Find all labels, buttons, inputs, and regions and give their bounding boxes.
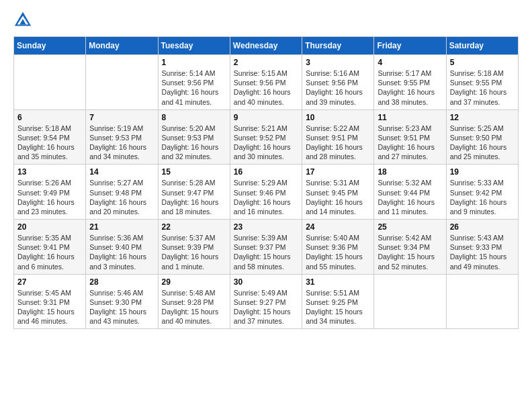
day-info: Sunrise: 5:22 AM Sunset: 9:51 PM Dayligh… (306, 124, 370, 162)
weekday-header-wednesday: Wednesday (230, 37, 302, 55)
logo (13, 11, 34, 30)
day-cell: 17Sunrise: 5:31 AM Sunset: 9:45 PM Dayli… (302, 165, 374, 220)
day-cell: 9Sunrise: 5:21 AM Sunset: 9:52 PM Daylig… (230, 109, 302, 165)
day-cell: 12Sunrise: 5:25 AM Sunset: 9:50 PM Dayli… (446, 109, 518, 165)
day-cell: 10Sunrise: 5:22 AM Sunset: 9:51 PM Dayli… (302, 109, 374, 165)
day-info: Sunrise: 5:43 AM Sunset: 9:33 PM Dayligh… (450, 233, 515, 271)
weekday-header-friday: Friday (374, 37, 446, 55)
day-number: 23 (234, 222, 298, 232)
day-info: Sunrise: 5:49 AM Sunset: 9:27 PM Dayligh… (234, 288, 298, 326)
day-cell (446, 274, 518, 329)
day-info: Sunrise: 5:28 AM Sunset: 9:47 PM Dayligh… (162, 178, 226, 216)
day-number: 5 (450, 58, 515, 67)
day-info: Sunrise: 5:18 AM Sunset: 9:55 PM Dayligh… (450, 68, 515, 107)
weekday-header-row: SundayMondayTuesdayWednesdayThursdayFrid… (14, 37, 519, 55)
day-cell: 19Sunrise: 5:33 AM Sunset: 9:42 PM Dayli… (446, 165, 518, 220)
day-cell: 14Sunrise: 5:27 AM Sunset: 9:48 PM Dayli… (86, 165, 158, 220)
day-number: 31 (306, 277, 370, 287)
day-info: Sunrise: 5:42 AM Sunset: 9:34 PM Dayligh… (378, 233, 442, 271)
day-info: Sunrise: 5:45 AM Sunset: 9:31 PM Dayligh… (17, 288, 82, 326)
day-info: Sunrise: 5:32 AM Sunset: 9:44 PM Dayligh… (378, 178, 442, 216)
day-cell: 8Sunrise: 5:20 AM Sunset: 9:53 PM Daylig… (158, 109, 230, 165)
day-number: 3 (306, 58, 370, 67)
week-row-3: 13Sunrise: 5:26 AM Sunset: 9:49 PM Dayli… (14, 165, 519, 220)
day-number: 4 (378, 58, 442, 67)
day-info: Sunrise: 5:36 AM Sunset: 9:40 PM Dayligh… (89, 233, 154, 271)
day-cell: 13Sunrise: 5:26 AM Sunset: 9:49 PM Dayli… (14, 165, 86, 220)
day-cell: 21Sunrise: 5:36 AM Sunset: 9:40 PM Dayli… (86, 220, 158, 275)
day-cell: 1Sunrise: 5:14 AM Sunset: 9:56 PM Daylig… (158, 55, 230, 110)
day-number: 20 (17, 222, 82, 232)
day-cell: 5Sunrise: 5:18 AM Sunset: 9:55 PM Daylig… (446, 55, 518, 110)
day-cell (374, 274, 446, 329)
page: SundayMondayTuesdayWednesdayThursdayFrid… (0, 0, 532, 411)
day-info: Sunrise: 5:26 AM Sunset: 9:49 PM Dayligh… (17, 178, 82, 216)
day-cell: 23Sunrise: 5:39 AM Sunset: 9:37 PM Dayli… (230, 220, 302, 275)
day-cell: 30Sunrise: 5:49 AM Sunset: 9:27 PM Dayli… (230, 274, 302, 329)
day-number: 15 (162, 167, 226, 177)
day-cell: 24Sunrise: 5:40 AM Sunset: 9:36 PM Dayli… (302, 220, 374, 275)
day-cell (86, 55, 158, 110)
day-number: 29 (162, 277, 226, 287)
week-row-4: 20Sunrise: 5:35 AM Sunset: 9:41 PM Dayli… (14, 220, 519, 275)
day-cell: 28Sunrise: 5:46 AM Sunset: 9:30 PM Dayli… (86, 274, 158, 329)
day-number: 25 (378, 222, 442, 232)
day-info: Sunrise: 5:17 AM Sunset: 9:55 PM Dayligh… (378, 68, 442, 107)
day-number: 26 (450, 222, 515, 232)
day-cell: 15Sunrise: 5:28 AM Sunset: 9:47 PM Dayli… (158, 165, 230, 220)
day-info: Sunrise: 5:46 AM Sunset: 9:30 PM Dayligh… (89, 288, 154, 326)
day-cell: 4Sunrise: 5:17 AM Sunset: 9:55 PM Daylig… (374, 55, 446, 110)
day-number: 22 (162, 222, 226, 232)
day-cell: 22Sunrise: 5:37 AM Sunset: 9:39 PM Dayli… (158, 220, 230, 275)
day-cell: 31Sunrise: 5:51 AM Sunset: 9:25 PM Dayli… (302, 274, 374, 329)
day-number: 21 (89, 222, 154, 232)
day-number: 6 (17, 113, 82, 122)
day-number: 24 (306, 222, 370, 232)
day-number: 18 (378, 167, 442, 177)
day-number: 14 (89, 167, 154, 177)
day-info: Sunrise: 5:19 AM Sunset: 9:53 PM Dayligh… (89, 124, 154, 162)
day-info: Sunrise: 5:20 AM Sunset: 9:53 PM Dayligh… (162, 124, 226, 162)
logo-icon (13, 11, 32, 30)
day-cell: 16Sunrise: 5:29 AM Sunset: 9:46 PM Dayli… (230, 165, 302, 220)
day-number: 7 (89, 113, 154, 122)
day-number: 17 (306, 167, 370, 177)
day-cell: 3Sunrise: 5:16 AM Sunset: 9:56 PM Daylig… (302, 55, 374, 110)
day-number: 11 (378, 113, 442, 122)
day-info: Sunrise: 5:15 AM Sunset: 9:56 PM Dayligh… (234, 68, 298, 107)
day-cell: 27Sunrise: 5:45 AM Sunset: 9:31 PM Dayli… (14, 274, 86, 329)
day-cell: 2Sunrise: 5:15 AM Sunset: 9:56 PM Daylig… (230, 55, 302, 110)
day-info: Sunrise: 5:48 AM Sunset: 9:28 PM Dayligh… (162, 288, 226, 326)
day-number: 10 (306, 113, 370, 122)
day-cell: 18Sunrise: 5:32 AM Sunset: 9:44 PM Dayli… (374, 165, 446, 220)
weekday-header-thursday: Thursday (302, 37, 374, 55)
day-info: Sunrise: 5:51 AM Sunset: 9:25 PM Dayligh… (306, 288, 370, 326)
day-cell: 25Sunrise: 5:42 AM Sunset: 9:34 PM Dayli… (374, 220, 446, 275)
weekday-header-saturday: Saturday (446, 37, 518, 55)
day-info: Sunrise: 5:18 AM Sunset: 9:54 PM Dayligh… (17, 124, 82, 162)
weekday-header-monday: Monday (86, 37, 158, 55)
week-row-1: 1Sunrise: 5:14 AM Sunset: 9:56 PM Daylig… (14, 55, 519, 110)
week-row-5: 27Sunrise: 5:45 AM Sunset: 9:31 PM Dayli… (14, 274, 519, 329)
day-info: Sunrise: 5:31 AM Sunset: 9:45 PM Dayligh… (306, 178, 370, 216)
day-cell: 6Sunrise: 5:18 AM Sunset: 9:54 PM Daylig… (14, 109, 86, 165)
day-number: 27 (17, 277, 82, 287)
day-info: Sunrise: 5:16 AM Sunset: 9:56 PM Dayligh… (306, 68, 370, 107)
day-cell (14, 55, 86, 110)
header (13, 11, 519, 30)
day-info: Sunrise: 5:21 AM Sunset: 9:52 PM Dayligh… (234, 124, 298, 162)
day-info: Sunrise: 5:33 AM Sunset: 9:42 PM Dayligh… (450, 178, 515, 216)
day-info: Sunrise: 5:14 AM Sunset: 9:56 PM Dayligh… (162, 68, 226, 107)
day-number: 30 (234, 277, 298, 287)
day-number: 19 (450, 167, 515, 177)
day-info: Sunrise: 5:40 AM Sunset: 9:36 PM Dayligh… (306, 233, 370, 271)
day-number: 1 (162, 58, 226, 67)
day-number: 2 (234, 58, 298, 67)
calendar: SundayMondayTuesdayWednesdayThursdayFrid… (13, 36, 519, 329)
day-info: Sunrise: 5:29 AM Sunset: 9:46 PM Dayligh… (234, 178, 298, 216)
day-number: 13 (17, 167, 82, 177)
day-cell: 20Sunrise: 5:35 AM Sunset: 9:41 PM Dayli… (14, 220, 86, 275)
day-cell: 7Sunrise: 5:19 AM Sunset: 9:53 PM Daylig… (86, 109, 158, 165)
day-number: 9 (234, 113, 298, 122)
day-cell: 26Sunrise: 5:43 AM Sunset: 9:33 PM Dayli… (446, 220, 518, 275)
